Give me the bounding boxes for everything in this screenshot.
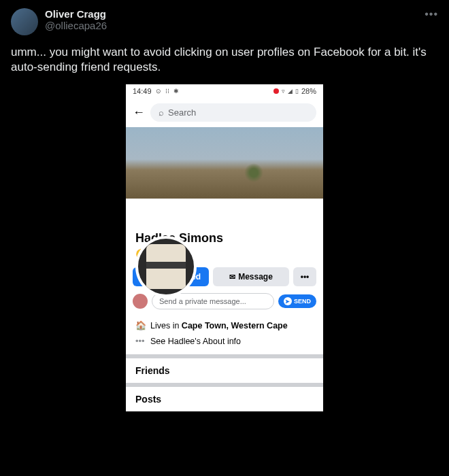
pm-send-label: SEND	[294, 298, 311, 305]
more-options-button[interactable]: •••	[293, 267, 316, 286]
status-icon-1: ⊙	[156, 88, 161, 95]
search-icon: ⌕	[159, 107, 164, 118]
battery-icon: ▯	[295, 88, 299, 95]
private-message-row: Send a private message... ➤ SEND	[126, 293, 323, 318]
pm-avatar	[133, 294, 148, 309]
author-avatar[interactable]	[11, 8, 38, 35]
about-row[interactable]: ••• See Hadlee's About info	[126, 333, 323, 354]
ellipsis-icon: •••	[135, 336, 145, 346]
back-arrow-icon[interactable]: ←	[133, 105, 145, 120]
lives-in-row[interactable]: 🏠 Lives in Cape Town, Western Cape	[126, 318, 323, 333]
tweet-media: 14:49 ⊙ ⁞⁞ ✱ ▿ ◢ ▯ 28% ← ⌕ Search	[11, 84, 438, 411]
tweet-container: Oliver Cragg @olliecapa26 ••• umm... you…	[0, 0, 449, 420]
phone-status-bar: 14:49 ⊙ ⁞⁞ ✱ ▿ ◢ ▯ 28%	[126, 84, 323, 98]
status-icon-2: ⁞⁞	[165, 88, 169, 95]
tweet-text: umm... you might want to avoid clicking …	[11, 45, 438, 75]
cover-photo[interactable]	[126, 127, 323, 199]
notification-dot-icon	[273, 88, 279, 94]
author-handle[interactable]: @olliecapa26	[45, 20, 107, 31]
profile-picture-inner	[146, 244, 185, 289]
profile-picture[interactable]	[135, 236, 197, 297]
messenger-icon: ✉	[229, 273, 235, 282]
tweet-more-icon[interactable]: •••	[425, 8, 438, 20]
friends-section-title[interactable]: Friends	[126, 358, 323, 383]
message-label: Message	[238, 272, 273, 282]
posts-section-title[interactable]: Posts	[126, 387, 323, 411]
lives-location: Cape Town, Western Cape	[182, 321, 288, 330]
more-dots-icon: •••	[301, 272, 310, 282]
lives-prefix: Lives in	[150, 321, 182, 330]
pm-send-button[interactable]: ➤ SEND	[278, 294, 316, 308]
status-left: 14:49 ⊙ ⁞⁞ ✱	[133, 87, 179, 95]
phone-screenshot: 14:49 ⊙ ⁞⁞ ✱ ▿ ◢ ▯ 28% ← ⌕ Search	[126, 84, 323, 411]
battery-percent: 28%	[301, 87, 316, 95]
send-icon: ➤	[284, 297, 292, 305]
search-placeholder: Search	[168, 107, 196, 118]
status-icon-3: ✱	[173, 88, 179, 95]
lives-in-text: Lives in Cape Town, Western Cape	[150, 321, 288, 330]
tweet-author-block[interactable]: Oliver Cragg @olliecapa26	[11, 8, 107, 35]
signal-icon: ◢	[288, 88, 293, 95]
tweet-header: Oliver Cragg @olliecapa26 •••	[11, 8, 438, 35]
wifi-icon: ▿	[282, 88, 285, 95]
message-button[interactable]: ✉ Message	[213, 267, 289, 286]
status-time: 14:49	[133, 87, 152, 95]
about-text: See Hadlee's About info	[150, 337, 241, 346]
home-icon: 🏠	[135, 320, 145, 330]
profile-area: Hadlee Simons 😛 👤✓ Requested ✉ Message •…	[126, 127, 323, 411]
author-info: Oliver Cragg @olliecapa26	[45, 8, 107, 35]
search-input[interactable]: ⌕ Search	[150, 103, 316, 122]
search-row: ← ⌕ Search	[126, 98, 323, 127]
status-right: ▿ ◢ ▯ 28%	[273, 87, 316, 95]
pm-placeholder: Send a private message...	[159, 297, 246, 305]
author-name[interactable]: Oliver Cragg	[45, 8, 107, 20]
